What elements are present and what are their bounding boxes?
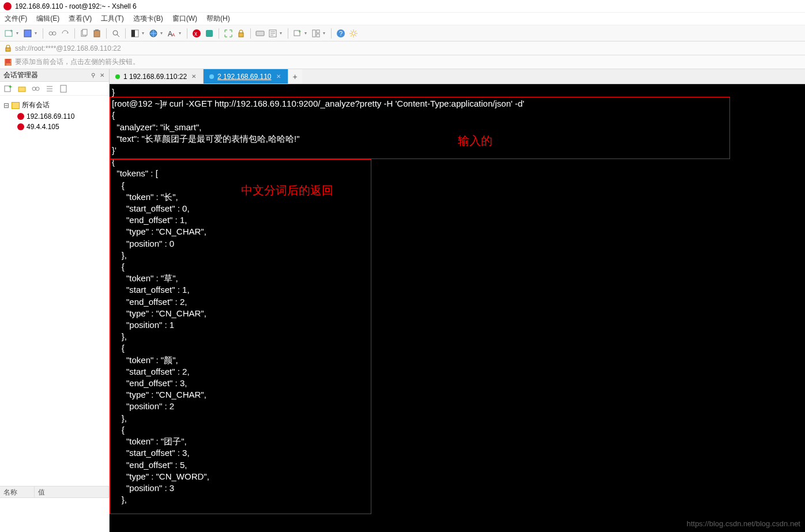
toolbar-separator: [74, 28, 75, 39]
sidebar-detail-pane: [0, 497, 109, 532]
annotation-box-input: [110, 97, 730, 159]
menu-bar: 文件(F) 编辑(E) 查看(V) 工具(T) 选项卡(B) 窗口(W) 帮助(…: [0, 13, 805, 25]
copy-icon[interactable]: [80, 29, 89, 38]
tab-close-icon[interactable]: ✕: [190, 73, 197, 80]
col-value[interactable]: 值: [35, 486, 109, 497]
dropdown-icon[interactable]: ▾: [279, 29, 283, 38]
svg-rect-20: [256, 31, 264, 36]
new-window-icon[interactable]: +: [293, 29, 302, 38]
svg-rect-8: [95, 29, 99, 31]
session-item[interactable]: 192.168.69.110: [3, 111, 106, 122]
svg-text:+: +: [9, 84, 12, 90]
tab-session-2[interactable]: 2 192.168.69.110 ✕: [204, 69, 288, 84]
dropdown-icon[interactable]: ▾: [322, 29, 326, 38]
menu-tab[interactable]: 选项卡(B): [133, 14, 163, 24]
settings-icon[interactable]: [349, 29, 358, 38]
menu-file[interactable]: 文件(F): [5, 14, 27, 24]
properties-icon[interactable]: [59, 84, 68, 93]
lock-icon[interactable]: [236, 29, 246, 38]
svg-rect-36: [61, 85, 66, 92]
globe-icon[interactable]: [149, 29, 158, 38]
flag-icon: [5, 59, 12, 66]
xshell-icon[interactable]: x: [192, 29, 201, 38]
color-scheme-icon[interactable]: [130, 29, 140, 38]
paste-icon[interactable]: [92, 29, 101, 38]
new-icon[interactable]: +: [3, 84, 13, 93]
close-icon[interactable]: ✕: [99, 72, 106, 79]
toolbar-separator: [187, 28, 187, 39]
toolbar-separator: [331, 28, 332, 39]
font-icon[interactable]: AA: [167, 29, 176, 38]
tab-session-1[interactable]: 1 192.168.69.110:22 ✕: [110, 69, 204, 84]
watermark: https://blog.csdn.net/blog.csdn.net: [687, 518, 800, 530]
svg-point-29: [352, 32, 355, 35]
menu-tools[interactable]: 工具(T): [101, 14, 123, 24]
window-title: 192.168.69.110 - root@192:~ - Xshell 6: [15, 2, 137, 10]
dropdown-icon[interactable]: ▾: [178, 29, 182, 38]
session-item[interactable]: 49.4.4.105: [3, 122, 106, 132]
xftp-icon[interactable]: [205, 29, 214, 38]
new-folder-icon[interactable]: [17, 84, 27, 93]
session-icon: [17, 113, 24, 120]
svg-point-35: [36, 87, 39, 90]
menu-help[interactable]: 帮助(H): [206, 14, 230, 24]
sidebar-columns: 名称 值: [0, 486, 109, 497]
svg-text:?: ?: [339, 30, 343, 37]
terminal[interactable]: } [root@192 ~]# curl -XGET http://192.16…: [110, 84, 805, 532]
status-dot-icon: [209, 74, 214, 79]
menu-edit[interactable]: 编辑(E): [36, 14, 59, 24]
tree-root-label: 所有会话: [22, 100, 50, 110]
svg-rect-12: [131, 30, 135, 37]
dropdown-icon[interactable]: ▾: [141, 29, 145, 38]
app-icon: [3, 2, 12, 10]
svg-rect-2: [24, 30, 31, 37]
svg-rect-30: [6, 48, 10, 51]
svg-rect-26: [317, 34, 319, 37]
svg-rect-18: [206, 30, 213, 37]
folder-icon: [12, 102, 20, 109]
tab-bar: 1 192.168.69.110:22 ✕ 2 192.168.69.110 ✕…: [110, 69, 805, 84]
disconnect-icon[interactable]: [48, 29, 57, 38]
session-sidebar: 会话管理器 ⚲ ✕ + ⊟ 所有会话 192.168.69.110: [0, 69, 110, 532]
toolbar-separator: [43, 28, 43, 39]
menu-window[interactable]: 窗口(W): [172, 14, 197, 24]
svg-rect-6: [82, 29, 87, 35]
toolbar: + ▾ ▾ ▾ ▾ AA ▾ x ▾ + ▾ ▾ ?: [0, 25, 805, 41]
script-icon[interactable]: [268, 29, 277, 38]
list-icon[interactable]: [45, 84, 54, 93]
session-label: 49.4.4.105: [27, 123, 59, 131]
sidebar-header: 会话管理器 ⚲ ✕: [0, 69, 109, 82]
annotation-box-output: [110, 159, 371, 514]
content-area: 1 192.168.69.110:22 ✕ 2 192.168.69.110 ✕…: [110, 69, 805, 532]
reconnect-icon[interactable]: [61, 29, 70, 38]
search-icon[interactable]: [111, 29, 121, 38]
address-bar: ssh://root:****@192.168.69.110:22: [0, 41, 805, 55]
toolbar-separator: [250, 28, 251, 39]
svg-point-3: [49, 32, 52, 35]
tree-root[interactable]: ⊟ 所有会话: [3, 99, 106, 111]
keyboard-icon[interactable]: [255, 29, 265, 38]
link-icon[interactable]: [31, 84, 40, 93]
fullscreen-icon[interactable]: [224, 29, 233, 38]
menu-view[interactable]: 查看(V): [69, 14, 92, 24]
new-session-icon[interactable]: +: [5, 29, 14, 38]
pin-icon[interactable]: ⚲: [89, 72, 96, 79]
dropdown-icon[interactable]: ▾: [159, 29, 164, 38]
col-name[interactable]: 名称: [0, 486, 35, 497]
tab-add-button[interactable]: +: [288, 69, 302, 84]
tab-close-icon[interactable]: ✕: [275, 73, 282, 80]
layout-icon[interactable]: [311, 29, 321, 38]
expand-icon[interactable]: ⊟: [3, 101, 9, 110]
dropdown-icon[interactable]: ▾: [303, 29, 308, 38]
svg-rect-33: [18, 87, 25, 92]
toolbar-separator: [125, 28, 126, 39]
dropdown-icon[interactable]: ▾: [33, 29, 38, 38]
help-icon[interactable]: ?: [336, 29, 345, 38]
svg-rect-24: [313, 30, 315, 37]
save-icon[interactable]: [23, 29, 32, 38]
address-text[interactable]: ssh://root:****@192.168.69.110:22: [15, 44, 121, 52]
annotation-label-output: 中文分词后的返回: [241, 184, 333, 196]
toolbar-separator: [106, 28, 107, 39]
svg-point-34: [32, 87, 36, 90]
dropdown-icon[interactable]: ▾: [15, 29, 20, 38]
